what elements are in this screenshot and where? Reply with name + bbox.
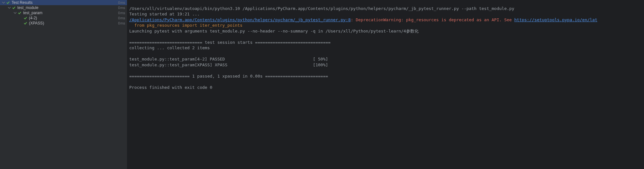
tree-param-time: 0ms xyxy=(118,11,125,15)
test-passed-icon xyxy=(6,1,10,5)
tree-case2-time: 0ms xyxy=(118,21,125,25)
tree-root-label: Test Results xyxy=(12,0,118,5)
console-item1: test_module.py::test_param[4-2] PASSED [… xyxy=(129,57,328,61)
tree-root-time: 0ms xyxy=(118,1,125,5)
console-collecting: collecting ... collected 2 items xyxy=(129,45,210,50)
console-started: Testing started at 19:21 ... xyxy=(129,12,200,16)
tree-module-label: test_module xyxy=(17,5,118,10)
chevron-down-icon[interactable] xyxy=(1,1,6,4)
console-cmd: /Users/xll/virtualenv/autoapi/bin/python… xyxy=(129,6,514,11)
console-summary: ======================== 1 passed, 1 xpa… xyxy=(129,74,328,79)
console-item2: test_module.py::test_param[XPASS] XPASS … xyxy=(129,62,328,67)
tree-case1-time: 0ms xyxy=(118,16,125,20)
console-launching: Launching pytest with arguments test_mod… xyxy=(129,29,419,33)
tree-case1-label: (4-2) xyxy=(29,16,118,20)
console-session-start: ============================= test sessi… xyxy=(129,40,331,45)
tree-case1-row[interactable]: (4-2) 0ms xyxy=(0,15,127,21)
deprecation-head: : DeprecationWarning: pkg_resources is d… xyxy=(351,17,514,22)
tree-case2-row[interactable]: (XPASS) 0ms xyxy=(0,21,127,26)
file-link[interactable]: /Applications/PyCharm.app/Contents/plugi… xyxy=(129,17,351,22)
console-exit: Process finished with exit code 0 xyxy=(129,85,212,90)
url-link[interactable]: https://setuptools.pypa.io/en/lat xyxy=(514,17,597,22)
test-passed-icon xyxy=(23,21,28,25)
console-output[interactable]: /Users/xll/virtualenv/autoapi/bin/python… xyxy=(127,0,644,169)
chevron-down-icon[interactable] xyxy=(7,6,12,9)
test-passed-icon xyxy=(12,6,16,10)
tree-param-label: test_param xyxy=(23,11,118,15)
tree-param-row[interactable]: test_param 0ms xyxy=(0,10,127,15)
deprecation-body: from pkg_resources import iter_entry_poi… xyxy=(129,23,242,28)
console-deprecation-line: /Applications/PyCharm.app/Contents/plugi… xyxy=(129,17,597,22)
tree-module-row[interactable]: test_module 0ms xyxy=(0,5,127,10)
test-passed-icon xyxy=(23,16,28,20)
test-passed-icon xyxy=(17,11,22,15)
chevron-down-icon[interactable] xyxy=(13,11,17,14)
tree-case2-label: (XPASS) xyxy=(29,21,118,25)
test-results-tree: Test Results 0ms test_module 0ms test_pa… xyxy=(0,0,127,169)
tree-module-time: 0ms xyxy=(118,6,125,10)
tree-root-row[interactable]: Test Results 0ms xyxy=(0,0,127,5)
